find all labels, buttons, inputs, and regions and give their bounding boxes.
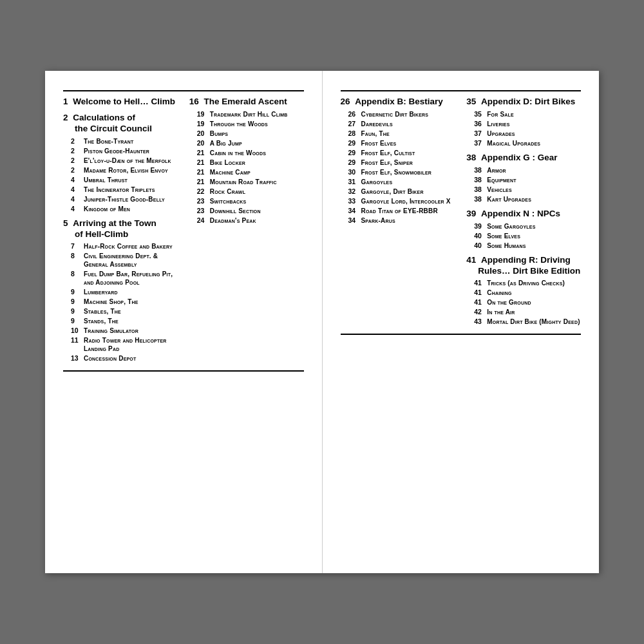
item-page-num: 35	[474, 110, 484, 118]
toc-item: 29Frost Elves	[341, 139, 455, 147]
item-page-num: 23	[197, 207, 207, 214]
item-page-num: 29	[348, 158, 359, 166]
left-column-1: 1 Welcome to Hell… Climb2 Calculations o…	[63, 97, 178, 364]
item-text: Gargoyles	[361, 178, 393, 186]
item-text: Some Elves	[487, 232, 520, 240]
item-text: Cabin in the Woods	[210, 149, 266, 157]
toc-item: 33Gargoyle Lord, Intercooler X	[341, 197, 455, 205]
toc-item: 41Tricks (as Driving Checks)	[466, 279, 581, 287]
item-page-num: 31	[348, 178, 359, 185]
section-page-num: 26	[341, 97, 353, 106]
item-page-num: 20	[197, 129, 207, 137]
toc-item: 34Road Titan of EYE-RBBR	[341, 207, 455, 215]
item-text: Frost Elf, Sniper	[361, 158, 413, 167]
item-page-num: 9	[71, 317, 81, 325]
item-page-num: 19	[197, 120, 207, 128]
section-title-continuation: the Circuit Council	[63, 124, 152, 133]
item-text: Equipment	[487, 176, 516, 184]
toc-item: 41On the Ground	[466, 298, 581, 307]
item-page-num: 40	[474, 242, 484, 249]
item-page-num: 43	[474, 317, 484, 325]
item-page-num: 30	[348, 168, 359, 176]
item-text: Training Simulator	[84, 327, 138, 335]
item-text: Bike Locker	[210, 158, 245, 167]
toc-item: 9Stables, The	[63, 307, 178, 316]
item-page-num: 2	[71, 137, 81, 145]
item-text: Chaining	[487, 289, 511, 297]
section-page-num: 1	[63, 97, 70, 106]
item-page-num: 9	[71, 307, 81, 315]
left-page: 1 Welcome to Hell… Climb2 Calculations o…	[45, 71, 323, 573]
toc-item: 35For Sale	[466, 110, 581, 118]
section-page-num: 5	[63, 218, 70, 228]
toc-item: 11Radio Tower and Helicopter Landing Pad	[63, 336, 178, 353]
item-text: The Bone-Tyrant	[84, 137, 134, 146]
bottom-rule-left	[63, 370, 304, 372]
toc-item: 43Mortal Dirt Bike (Mighty Deed)	[466, 317, 581, 326]
item-page-num: 4	[71, 195, 81, 203]
item-page-num: 34	[348, 207, 359, 214]
item-page-num: 2	[71, 147, 81, 155]
toc-item: 29Frost Elf, Cultist	[341, 149, 455, 157]
section-title-continuation: Rules… Dirt Bike Edition	[466, 266, 580, 276]
item-page-num: 37	[474, 139, 484, 147]
item-text: Faun, The	[361, 129, 390, 138]
toc-item: 29Frost Elf, Sniper	[341, 158, 455, 167]
item-text: Liveries	[487, 120, 509, 128]
item-text: Juniper-Thistle Good-Belly	[84, 195, 165, 204]
item-text: Armor	[487, 166, 506, 175]
toc-item: 37Upgrades	[466, 129, 581, 138]
item-text: Half-Rock Coffee and Bakery	[84, 242, 173, 251]
item-page-num: 40	[474, 232, 484, 240]
item-text: Trademark Dirt Hill Climb	[210, 110, 288, 118]
toc-item: 39Some Gargoyles	[466, 222, 581, 231]
toc-item: 4Umbral Thrust	[63, 176, 178, 184]
item-page-num: 22	[197, 187, 207, 195]
item-text: Lumberyard	[84, 288, 118, 296]
toc-item: 2E'l'loy-u-Dæn of the Merfolk	[63, 156, 178, 165]
toc-item: 27Daredevils	[341, 120, 455, 128]
toc-item: 7Half-Rock Coffee and Bakery	[63, 242, 178, 251]
item-page-num: 20	[197, 139, 207, 147]
item-page-num: 23	[197, 197, 207, 205]
toc-item: 40Some Humans	[466, 242, 581, 250]
item-text: Cybernetic Dirt Bikers	[361, 110, 429, 118]
section-page-num: 38	[466, 153, 478, 162]
toc-item: 24Deadman's Peak	[189, 216, 304, 225]
item-text: Road Titan of EYE-RBBR	[361, 207, 438, 215]
right-column-2: 35 Appendix D: Dirt Bikes35For Sale36Liv…	[466, 97, 581, 327]
item-text: On the Ground	[487, 298, 531, 307]
toc-item: 20Bumps	[189, 129, 304, 138]
toc-item: 26Cybernetic Dirt Bikers	[341, 110, 455, 118]
toc-item: 34Spark-Arus	[341, 216, 455, 225]
item-text: In the Air	[487, 308, 515, 316]
item-page-num: 29	[348, 139, 359, 147]
toc-item: 13Concession Depot	[63, 354, 178, 363]
toc-item: 32Gargoyle, Dirt Biker	[341, 187, 455, 196]
item-text: Frost Elf, Snowmobiler	[361, 168, 432, 176]
item-page-num: 19	[197, 110, 207, 118]
item-page-num: 26	[348, 110, 359, 118]
item-text: Radio Tower and Helicopter Landing Pad	[84, 336, 178, 353]
item-page-num: 39	[474, 222, 484, 230]
toc-item: 31Gargoyles	[341, 178, 455, 186]
toc-section-header: 16 The Emerald Ascent	[189, 97, 304, 108]
bottom-rule-right	[341, 334, 582, 335]
section-page-num: 41	[466, 255, 478, 265]
toc-item: 21Bike Locker	[189, 158, 304, 167]
toc-section-header: 26 Appendix B: Bestiary	[341, 97, 455, 108]
item-page-num: 4	[71, 176, 81, 184]
toc-item: 40Some Elves	[466, 232, 581, 240]
item-page-num: 21	[197, 158, 207, 166]
item-page-num: 38	[474, 195, 484, 203]
item-page-num: 24	[197, 216, 207, 224]
item-text: Machine Camp	[210, 168, 251, 176]
item-page-num: 38	[474, 176, 484, 184]
item-text: Machine Shop, The	[84, 298, 138, 306]
item-text: Upgrades	[487, 129, 515, 138]
toc-item: 38Equipment	[466, 176, 581, 184]
section-page-num: 2	[63, 113, 70, 122]
toc-item: 22Rock Crawl	[189, 187, 304, 196]
toc-section-header: 2 Calculations ofthe Circuit Council	[63, 113, 178, 135]
item-page-num: 28	[348, 129, 359, 137]
